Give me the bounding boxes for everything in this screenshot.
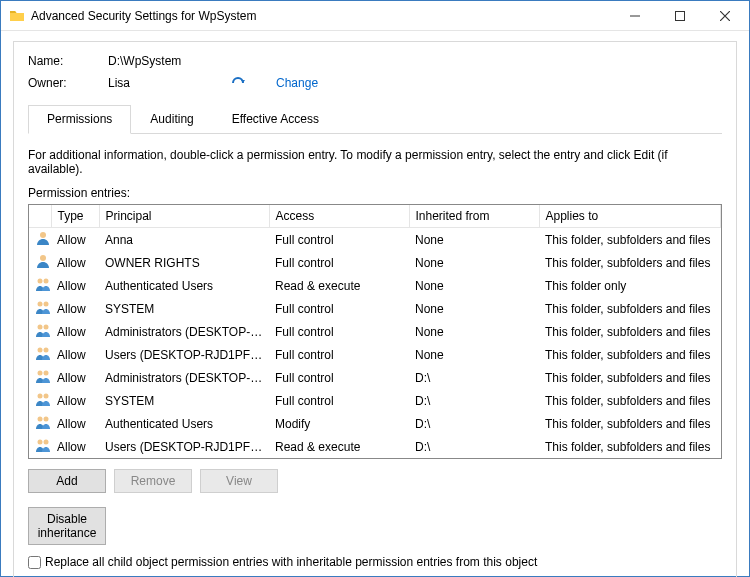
permission-entries-grid[interactable]: Type Principal Access Inherited from App… <box>28 204 722 459</box>
cell-applies: This folder, subfolders and files <box>539 435 721 458</box>
principal-icon <box>29 435 51 458</box>
svg-point-3 <box>38 279 43 284</box>
tab-effective-access[interactable]: Effective Access <box>213 105 338 134</box>
cell-applies: This folder, subfolders and files <box>539 389 721 412</box>
change-owner-link[interactable]: Change <box>276 76 318 90</box>
cell-applies: This folder, subfolders and files <box>539 412 721 435</box>
table-row[interactable]: AllowOWNER RIGHTSFull controlNoneThis fo… <box>29 251 721 274</box>
close-button[interactable] <box>702 1 747 30</box>
cell-applies: This folder, subfolders and files <box>539 251 721 274</box>
cell-access: Full control <box>269 320 409 343</box>
entry-action-buttons: Add Remove View <box>28 469 722 493</box>
cell-inherited: D:\ <box>409 366 539 389</box>
cell-type: Allow <box>51 320 99 343</box>
table-row[interactable]: AllowUsers (DESKTOP-RJD1PF9\Use...Read &… <box>29 435 721 458</box>
table-row[interactable]: AllowAuthenticated UsersModifyD:\This fo… <box>29 412 721 435</box>
table-row[interactable]: AllowSYSTEMFull controlNoneThis folder, … <box>29 297 721 320</box>
svg-point-1 <box>40 232 46 238</box>
cell-type: Allow <box>51 228 99 251</box>
titlebar: Advanced Security Settings for WpSystem <box>1 1 749 31</box>
col-type[interactable]: Type <box>51 205 99 228</box>
principal-icon <box>29 343 51 366</box>
cell-type: Allow <box>51 343 99 366</box>
svg-point-8 <box>44 325 49 330</box>
cell-access: Modify <box>269 412 409 435</box>
svg-point-16 <box>44 417 49 422</box>
minimize-button[interactable] <box>612 1 657 30</box>
replace-checkbox-label: Replace all child object permission entr… <box>45 555 537 569</box>
maximize-button[interactable] <box>657 1 702 30</box>
owner-row: Owner: Lisa Change <box>28 76 722 90</box>
info-panel: Name: D:\WpSystem Owner: Lisa Change Per… <box>13 41 737 577</box>
replace-checkbox[interactable] <box>28 556 41 569</box>
cell-inherited: None <box>409 251 539 274</box>
principal-icon <box>29 320 51 343</box>
cell-access: Full control <box>269 343 409 366</box>
remove-button[interactable]: Remove <box>114 469 192 493</box>
cell-applies: This folder, subfolders and files <box>539 343 721 366</box>
cell-principal: Users (DESKTOP-RJD1PF9\Use... <box>99 343 269 366</box>
table-row[interactable]: AllowUsers (DESKTOP-RJD1PF9\Use...Full c… <box>29 343 721 366</box>
tab-auditing[interactable]: Auditing <box>131 105 212 134</box>
tabs: Permissions Auditing Effective Access <box>28 104 722 134</box>
cell-principal: Anna <box>99 228 269 251</box>
cell-applies: This folder, subfolders and files <box>539 297 721 320</box>
table-row[interactable]: AllowSYSTEMFull controlD:\This folder, s… <box>29 389 721 412</box>
table-row[interactable]: AllowAuthenticated UsersRead & executeNo… <box>29 274 721 297</box>
svg-point-9 <box>38 348 43 353</box>
tab-permissions[interactable]: Permissions <box>28 105 131 134</box>
cell-principal: Administrators (DESKTOP-RJD... <box>99 320 269 343</box>
security-settings-window: Advanced Security Settings for WpSystem … <box>0 0 750 577</box>
folder-security-icon <box>9 8 25 24</box>
svg-point-17 <box>38 440 43 445</box>
cell-principal: Administrators (DESKTOP-RJD... <box>99 366 269 389</box>
cell-principal: SYSTEM <box>99 297 269 320</box>
disable-inheritance-button[interactable]: Disable inheritance <box>28 507 106 545</box>
window-controls <box>612 1 747 30</box>
col-access[interactable]: Access <box>269 205 409 228</box>
cell-type: Allow <box>51 435 99 458</box>
col-icon[interactable] <box>29 205 51 228</box>
principal-icon <box>29 389 51 412</box>
cell-type: Allow <box>51 274 99 297</box>
name-label: Name: <box>28 54 108 68</box>
content-area: Name: D:\WpSystem Owner: Lisa Change Per… <box>1 31 749 577</box>
principal-icon <box>29 251 51 274</box>
change-owner-icon <box>230 76 248 90</box>
table-row[interactable]: AllowAdministrators (DESKTOP-RJD...Full … <box>29 320 721 343</box>
col-applies[interactable]: Applies to <box>539 205 721 228</box>
principal-icon <box>29 274 51 297</box>
name-value: D:\WpSystem <box>108 54 181 68</box>
cell-applies: This folder, subfolders and files <box>539 228 721 251</box>
svg-point-7 <box>38 325 43 330</box>
principal-icon <box>29 366 51 389</box>
svg-rect-0 <box>675 11 684 20</box>
svg-point-11 <box>38 371 43 376</box>
col-inherited[interactable]: Inherited from <box>409 205 539 228</box>
view-button[interactable]: View <box>200 469 278 493</box>
instruction-text: For additional information, double-click… <box>28 148 722 176</box>
cell-inherited: None <box>409 320 539 343</box>
cell-access: Full control <box>269 297 409 320</box>
cell-principal: OWNER RIGHTS <box>99 251 269 274</box>
cell-access: Full control <box>269 389 409 412</box>
owner-label: Owner: <box>28 76 108 90</box>
cell-inherited: D:\ <box>409 412 539 435</box>
svg-point-15 <box>38 417 43 422</box>
window-title: Advanced Security Settings for WpSystem <box>31 9 612 23</box>
owner-value: Lisa <box>108 76 130 90</box>
principal-icon <box>29 412 51 435</box>
add-button[interactable]: Add <box>28 469 106 493</box>
table-row[interactable]: AllowAdministrators (DESKTOP-RJD...Full … <box>29 366 721 389</box>
cell-applies: This folder, subfolders and files <box>539 366 721 389</box>
svg-point-4 <box>44 279 49 284</box>
cell-type: Allow <box>51 389 99 412</box>
replace-checkbox-row[interactable]: Replace all child object permission entr… <box>28 555 722 569</box>
cell-access: Read & execute <box>269 435 409 458</box>
entries-label: Permission entries: <box>28 186 722 200</box>
cell-type: Allow <box>51 412 99 435</box>
grid-header-row: Type Principal Access Inherited from App… <box>29 205 721 228</box>
table-row[interactable]: AllowAnnaFull controlNoneThis folder, su… <box>29 228 721 251</box>
cell-inherited: None <box>409 274 539 297</box>
col-principal[interactable]: Principal <box>99 205 269 228</box>
